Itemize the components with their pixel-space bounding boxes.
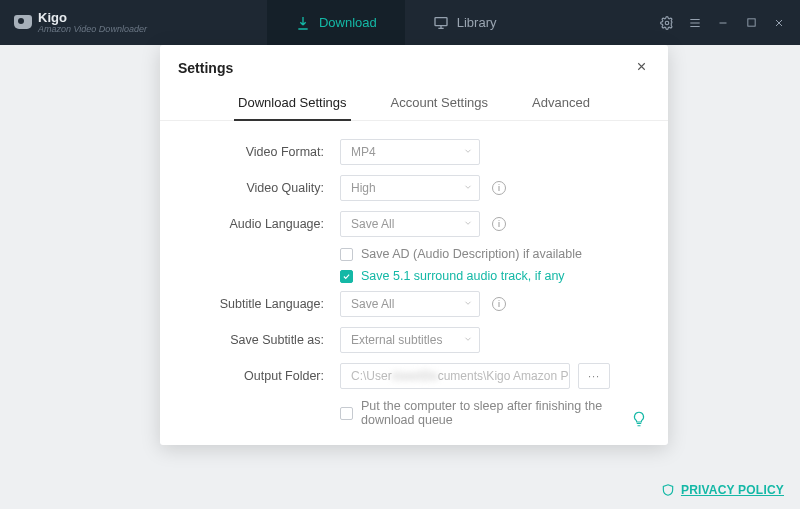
label-video-format: Video Format: [190, 145, 340, 159]
select-audio-language-value: Save All [351, 217, 394, 231]
input-output-folder[interactable]: C:\Users\xxx\Documents\Kigo Amazon Prim [340, 363, 570, 389]
nav-download-label: Download [319, 15, 377, 30]
main-nav: Download Library [267, 0, 525, 45]
info-icon[interactable]: i [492, 181, 506, 195]
tip-icon[interactable] [630, 410, 648, 431]
label-save-51: Save 5.1 surround audio track, if any [361, 269, 565, 283]
select-save-subtitle-as[interactable]: External subtitles [340, 327, 480, 353]
label-audio-language: Audio Language: [190, 217, 340, 231]
chevron-down-icon [463, 145, 473, 159]
title-bar: Kigo Amazon Video Downloader Download Li… [0, 0, 800, 45]
maximize-icon[interactable] [744, 16, 758, 30]
svg-point-1 [665, 21, 669, 25]
privacy-policy-label: PRIVACY POLICY [681, 483, 784, 497]
menu-icon[interactable] [688, 16, 702, 30]
tab-account-settings[interactable]: Account Settings [389, 87, 491, 120]
label-video-quality: Video Quality: [190, 181, 340, 195]
label-save-subtitle-as: Save Subtitle as: [190, 333, 340, 347]
select-video-format-value: MP4 [351, 145, 376, 159]
privacy-policy-link[interactable]: PRIVACY POLICY [661, 483, 784, 497]
label-output-folder: Output Folder: [190, 369, 340, 383]
label-save-ad: Save AD (Audio Description) if available [361, 247, 582, 261]
select-audio-language[interactable]: Save All [340, 211, 480, 237]
download-icon [295, 15, 311, 31]
info-icon[interactable]: i [492, 297, 506, 311]
label-sleep-after: Put the computer to sleep after finishin… [361, 399, 638, 427]
tab-download-settings[interactable]: Download Settings [236, 87, 348, 120]
nav-library[interactable]: Library [405, 0, 525, 45]
settings-dialog: Settings Download Settings Account Setti… [160, 45, 668, 445]
nav-library-label: Library [457, 15, 497, 30]
settings-title: Settings [178, 60, 233, 76]
select-video-quality[interactable]: High [340, 175, 480, 201]
select-subtitle-language-value: Save All [351, 297, 394, 311]
brand-logo-icon [14, 15, 32, 29]
svg-rect-0 [435, 17, 447, 25]
brand: Kigo Amazon Video Downloader [0, 11, 147, 34]
tab-advanced[interactable]: Advanced [530, 87, 592, 120]
gear-icon[interactable] [660, 16, 674, 30]
chevron-down-icon [463, 181, 473, 195]
label-subtitle-language: Subtitle Language: [190, 297, 340, 311]
select-video-format[interactable]: MP4 [340, 139, 480, 165]
settings-close-button[interactable] [632, 59, 650, 77]
content-area: Settings Download Settings Account Setti… [0, 45, 800, 509]
brand-name: Kigo [38, 11, 147, 25]
output-folder-value: C:\Users\xxx\Documents\Kigo Amazon Prim [351, 369, 570, 383]
info-icon[interactable]: i [492, 217, 506, 231]
library-icon [433, 15, 449, 31]
checkbox-save-51[interactable] [340, 270, 353, 283]
select-subtitle-language[interactable]: Save All [340, 291, 480, 317]
chevron-down-icon [463, 333, 473, 347]
checkbox-save-ad[interactable] [340, 248, 353, 261]
minimize-icon[interactable] [716, 16, 730, 30]
nav-download[interactable]: Download [267, 0, 405, 45]
brand-subtitle: Amazon Video Downloader [38, 25, 147, 34]
settings-tabs: Download Settings Account Settings Advan… [160, 87, 668, 121]
chevron-down-icon [463, 217, 473, 231]
select-save-subtitle-as-value: External subtitles [351, 333, 442, 347]
browse-button[interactable]: ··· [578, 363, 610, 389]
select-video-quality-value: High [351, 181, 376, 195]
checkbox-sleep-after[interactable] [340, 407, 353, 420]
chevron-down-icon [463, 297, 473, 311]
window-controls [660, 16, 800, 30]
download-settings-form: Video Format: MP4 Video Quality: High i … [160, 121, 668, 443]
close-window-icon[interactable] [772, 16, 786, 30]
svg-rect-2 [747, 19, 754, 26]
